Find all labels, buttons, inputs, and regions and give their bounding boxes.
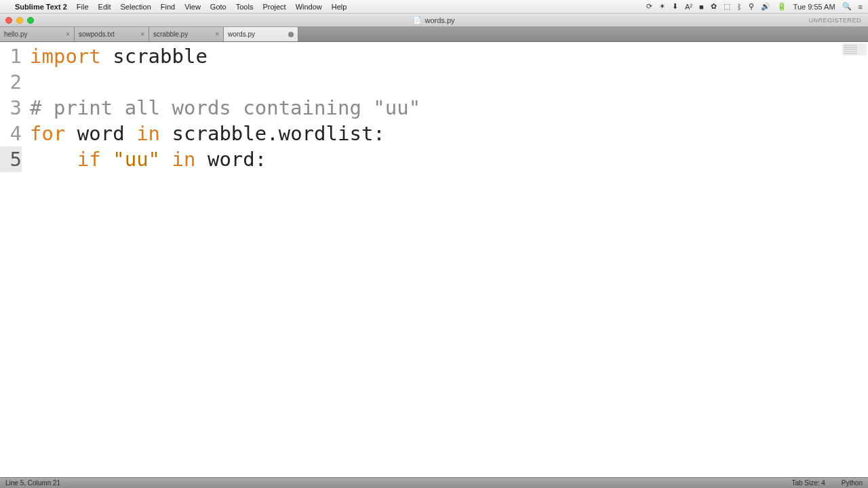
menu-project[interactable]: Project: [262, 3, 285, 11]
tab-words[interactable]: words.py: [224, 27, 298, 41]
volume-icon[interactable]: 🔊: [761, 2, 770, 11]
syntax-indicator[interactable]: Python: [842, 479, 863, 487]
line-number: 3: [0, 95, 22, 121]
macos-menubar: Sublime Text 2 File Edit Selection Find …: [0, 0, 868, 14]
wifi-icon[interactable]: ⚲: [749, 2, 754, 11]
status-icon[interactable]: ✶: [659, 2, 665, 11]
tab-size-indicator[interactable]: Tab Size: 4: [791, 479, 825, 487]
tab-sowpods[interactable]: sowpods.txt ×: [75, 27, 149, 41]
status-icon[interactable]: ✿: [711, 2, 717, 11]
document-icon: 📄: [413, 16, 421, 24]
tab-dirty-indicator-icon: [288, 32, 294, 37]
tab-close-icon[interactable]: ×: [140, 30, 144, 38]
menu-tools[interactable]: Tools: [236, 3, 254, 11]
dropbox-icon[interactable]: ⬇: [672, 2, 678, 11]
status-bar: Line 5, Column 21 Tab Size: 4 Python: [0, 477, 868, 488]
tab-label: scrabble.py: [153, 30, 188, 38]
unregistered-label: UNREGISTERED: [808, 17, 861, 24]
cursor-position[interactable]: Line 5, Column 21: [5, 479, 60, 487]
menu-file[interactable]: File: [77, 3, 89, 11]
tab-hello[interactable]: hello.py ×: [0, 27, 75, 41]
tab-close-icon[interactable]: ×: [66, 30, 70, 38]
line-number: 5: [0, 146, 22, 172]
app-name[interactable]: Sublime Text 2: [15, 3, 67, 11]
menu-find[interactable]: Find: [161, 3, 175, 11]
code-line[interactable]: [30, 69, 420, 95]
line-number: 4: [0, 121, 22, 146]
code-line[interactable]: if "uu" in word:: [30, 146, 420, 172]
tab-label: words.py: [228, 30, 255, 38]
notification-center-icon[interactable]: ≡: [859, 3, 863, 11]
code-line[interactable]: # print all words containing "uu": [30, 95, 420, 121]
spotlight-icon[interactable]: 🔍: [842, 2, 852, 11]
window-minimize-button[interactable]: [16, 17, 23, 24]
code-line[interactable]: for word in scrabble.wordlist:: [30, 121, 420, 146]
traffic-lights: [5, 17, 34, 24]
window-close-button[interactable]: [5, 17, 12, 24]
status-icon[interactable]: ⬚: [724, 2, 730, 11]
menu-edit[interactable]: Edit: [98, 3, 111, 11]
tab-label: sowpods.txt: [79, 30, 115, 38]
window-zoom-button[interactable]: [27, 17, 34, 24]
clock[interactable]: Tue 9:55 AM: [793, 3, 835, 11]
battery-icon[interactable]: 🔋: [777, 2, 787, 11]
minimap[interactable]: [842, 43, 867, 56]
menu-view[interactable]: View: [184, 3, 201, 11]
menu-help[interactable]: Help: [332, 3, 347, 11]
menu-goto[interactable]: Goto: [210, 3, 226, 11]
bluetooth-icon[interactable]: ᛒ: [737, 3, 742, 11]
window-title: words.py: [425, 16, 454, 24]
line-number: 1: [0, 43, 22, 69]
tab-close-icon[interactable]: ×: [215, 30, 219, 38]
menu-window[interactable]: Window: [296, 3, 322, 11]
line-number: 2: [0, 69, 22, 95]
code-content[interactable]: import scrabble # print all words contai…: [30, 42, 420, 172]
tab-scrabble[interactable]: scrabble.py ×: [149, 27, 224, 41]
window-titlebar: 📄 words.py UNREGISTERED: [0, 14, 868, 27]
status-icon[interactable]: ■: [699, 3, 704, 11]
line-number-gutter: 12345: [0, 42, 27, 477]
code-line[interactable]: import scrabble: [30, 43, 420, 69]
tab-label: hello.py: [4, 30, 27, 38]
status-icon[interactable]: A²: [685, 3, 692, 11]
editor-area[interactable]: 12345 import scrabble # print all words …: [0, 42, 868, 477]
menu-selection[interactable]: Selection: [121, 3, 151, 11]
tab-strip: hello.py × sowpods.txt × scrabble.py × w…: [0, 27, 868, 42]
status-icon[interactable]: ⟳: [646, 2, 652, 11]
